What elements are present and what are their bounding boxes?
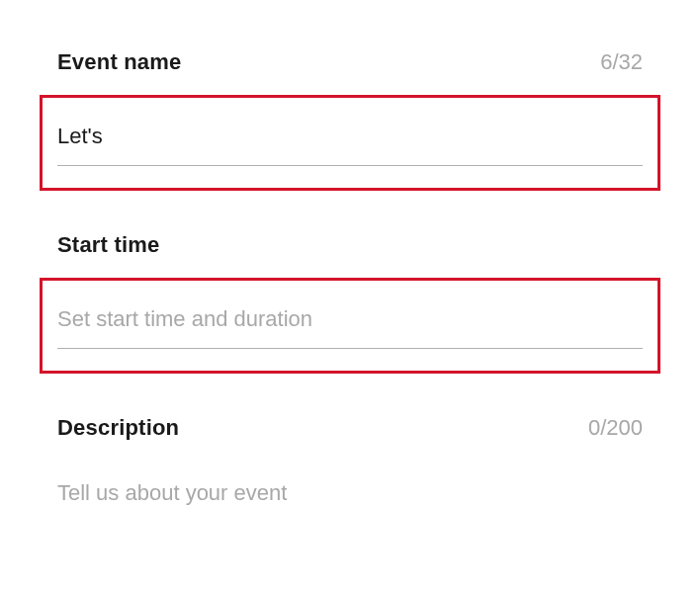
- description-header: Description 0/200: [57, 415, 643, 441]
- description-field: Description 0/200 Tell us about your eve…: [57, 415, 643, 506]
- event-name-input-box[interactable]: [40, 95, 660, 191]
- start-time-field: Start time Set start time and duration: [57, 232, 643, 374]
- event-name-label: Event name: [57, 49, 182, 75]
- description-label: Description: [57, 415, 179, 441]
- event-name-counter: 6/32: [600, 49, 643, 75]
- description-input[interactable]: Tell us about your event: [57, 472, 643, 506]
- start-time-header: Start time: [57, 232, 643, 258]
- event-name-input[interactable]: [57, 124, 643, 166]
- start-time-label: Start time: [57, 232, 159, 258]
- event-name-header: Event name 6/32: [57, 49, 643, 75]
- start-time-input-box[interactable]: Set start time and duration: [40, 278, 660, 374]
- event-name-field: Event name 6/32: [57, 49, 643, 191]
- start-time-placeholder[interactable]: Set start time and duration: [57, 306, 643, 349]
- description-counter: 0/200: [588, 415, 643, 441]
